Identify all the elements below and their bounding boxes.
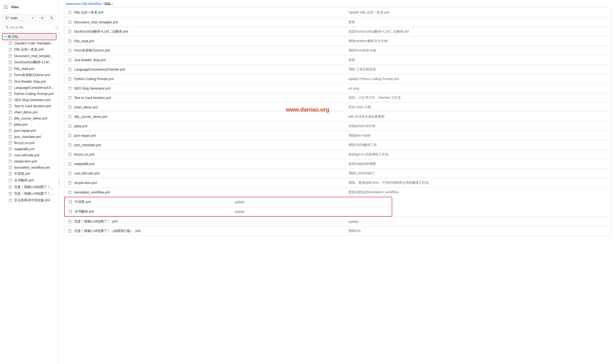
file-name-link[interactable]: 完蛋！我被LLM包围了！（战绩排行版） .yml (74, 229, 141, 233)
tree-file[interactable]: dify_course_demo.yml (2, 115, 56, 121)
search-icon (50, 16, 53, 20)
commit-message[interactable]: 添加 chart 示例 (349, 105, 607, 109)
commit-message[interactable]: Update Dify 运营一条龙.yml (349, 10, 607, 15)
commit-message[interactable]: 添加DuckDuckGo翻译+LLM二次翻译.yml (349, 29, 607, 34)
tree-file[interactable]: Jina Reader Jinja.yml (2, 78, 56, 85)
file-row: json-repair.yml增加json-repair (64, 131, 611, 140)
branch-select[interactable]: main ▼ (3, 14, 37, 22)
file-name-link[interactable]: jieba.yml (74, 124, 87, 128)
commit-message[interactable]: 添加jieba分词示例 (349, 124, 607, 128)
file-name-link[interactable]: 中译英.yml (75, 200, 91, 204)
file-name-link[interactable]: matplotlib.yml (74, 162, 94, 166)
file-row: jieba.yml添加jieba分词示例 (64, 121, 611, 131)
tree-file[interactable]: 完蛋！我被LLM包围了！（战绩... (2, 190, 56, 197)
tree-file[interactable]: Document_chat_template.yml (2, 53, 56, 59)
file-row: Form表单聊天Demo.yml增加Form表单示例 (64, 46, 611, 55)
commit-message[interactable]: add 自动化生成全套教程 (349, 115, 607, 119)
tree-file[interactable]: 中译英.yml (2, 170, 56, 177)
tree-file[interactable]: Dify 运营一条龙.yml (2, 46, 56, 53)
tree-file[interactable]: llm2o1.cn.yml (2, 140, 56, 146)
tree-file[interactable]: Text to Card Iteration.yml (2, 103, 56, 109)
commit-message[interactable]: update (235, 210, 388, 214)
tree-file[interactable]: LanguageConsistencyChecker.y... (2, 85, 56, 91)
file-icon (68, 49, 72, 52)
tree-file[interactable]: 宝玉的英译中优化版.yml (2, 197, 56, 204)
file-name-link[interactable]: Dify 运营一条龙.yml (74, 10, 104, 15)
tree-file-label: json-repair.yml (14, 129, 36, 132)
commit-message[interactable]: 使用matplotlib画图 (349, 162, 607, 166)
file-name-link[interactable]: Jina Reader Jinja.yml (74, 58, 106, 62)
file-name-link[interactable]: File_read.yml (74, 39, 94, 43)
tree-file[interactable]: json_translate.yml (2, 134, 56, 140)
resize-handle[interactable] (59, 0, 60, 364)
tree-file[interactable]: File_read.yml (2, 66, 56, 72)
tree-file[interactable]: json-repair.yml (2, 128, 56, 134)
file-row: json_translate.yml增加JSON翻译工具 (64, 140, 611, 150)
tree-file[interactable]: simple-kimi.yml (2, 158, 56, 164)
commit-message[interactable]: 增加JSON翻译工具 (349, 143, 607, 147)
breadcrumb-repo[interactable]: Awesome-Dify-Workflow (66, 2, 102, 6)
tree-file[interactable]: 全书翻译.yml (2, 177, 56, 184)
search-input[interactable] (10, 26, 52, 29)
panel-toggle-button[interactable] (3, 4, 10, 10)
tree-file[interactable]: 完蛋！我被LLM包围了！ .yml (2, 184, 56, 190)
chevron-down-icon (4, 35, 7, 38)
file-icon (68, 39, 72, 43)
file-name-link[interactable]: Python Coding Prompt.yml (74, 77, 114, 81)
file-icon (9, 192, 12, 195)
commit-message[interactable]: 更新吴恩达的translation_workflow (349, 190, 607, 195)
file-icon (68, 58, 72, 62)
commit-message[interactable]: 更新 (349, 58, 607, 62)
commit-message[interactable]: 增加Form表单示例 (349, 48, 607, 53)
file-name-link[interactable]: llm2o1.cn.yml (74, 153, 94, 156)
commit-message[interactable]: 增加json-repair (349, 133, 607, 138)
file-icon (9, 41, 12, 45)
tree-file[interactable]: matplotlib.yml (2, 146, 56, 152)
commit-message[interactable]: 添加，小红书卡片，mem0ai 工作流 (349, 96, 607, 100)
commit-message[interactable]: 增加 三语言检查器 (349, 67, 607, 72)
tree-file[interactable]: chart_demo.yml (2, 109, 56, 115)
tree-file[interactable]: runLLMCode.yml (2, 152, 56, 158)
file-row: File_read.yml增加sandbox解析文件示例 (64, 36, 611, 46)
commit-message[interactable]: 增加LLM代码执行 (349, 171, 607, 176)
search-button[interactable] (48, 14, 55, 22)
tree-file[interactable]: SEO Slug Generator.yml (2, 97, 56, 103)
file-name-link[interactable]: 全书翻译.yml (75, 209, 94, 214)
commit-message[interactable]: 低仿gpt-o1 的思维链工作流 (349, 152, 607, 156)
tree-file-label: translation_workflow.yml (14, 166, 50, 169)
commit-message[interactable]: update (235, 200, 388, 204)
file-name-link[interactable]: chart_demo.yml (74, 105, 98, 109)
file-name-link[interactable]: Form表单聊天Demo.yml (74, 48, 110, 53)
tree-file[interactable]: translation_workflow.yml (2, 164, 56, 170)
tree-folder-dsl[interactable]: DSL (2, 33, 56, 40)
file-icon (9, 172, 12, 176)
search-wrap[interactable] (3, 24, 54, 31)
file-name-link[interactable]: 完蛋！我被LLM包围了！ .yml (74, 220, 118, 224)
file-name-link[interactable]: json-repair.yml (74, 134, 96, 137)
commit-message[interactable]: url slug (349, 86, 607, 90)
svg-point-7 (6, 26, 8, 28)
file-name-link[interactable]: translation_workflow.yml (74, 190, 110, 194)
tree-file[interactable]: DuckDuckGo翻译+LLM二次翻... (2, 59, 56, 66)
tree-file[interactable]: jieba.yml (2, 121, 56, 128)
file-name-link[interactable]: DuckDuckGo翻译+LLM二次翻译.yml (74, 29, 128, 34)
commit-message[interactable]: update (349, 220, 607, 223)
commit-message[interactable]: 增加sandbox解析文件示例 (349, 39, 607, 43)
tree-file[interactable]: Form表单聊天Demo.yml (2, 72, 56, 78)
file-name-link[interactable]: json_translate.yml (74, 143, 101, 147)
commit-message[interactable]: 增加：简易自制 Kimi；不同代码种类之间的翻译工作流 (349, 181, 607, 185)
file-name-link[interactable]: SEO Slug Generator.yml (74, 86, 110, 90)
file-name-link[interactable]: dify_course_demo.yml (74, 115, 107, 118)
commit-message[interactable]: 更新 (349, 20, 607, 24)
file-name-link[interactable]: runLLMCode.yml (74, 171, 99, 175)
file-icon (68, 229, 72, 233)
file-name-link[interactable]: LanguageConsistencyChecker.yml (74, 67, 125, 71)
file-name-link[interactable]: simple-kimi.yml (74, 181, 97, 185)
file-name-link[interactable]: Text to Card Iteration.yml (74, 96, 111, 100)
tree-file[interactable]: Claude3 Code Translation.yml (2, 40, 56, 46)
commit-message[interactable]: update Python Coding Prompt.yml (349, 77, 607, 81)
tree-file[interactable]: Python Coding Prompt.yml (2, 91, 56, 97)
add-button[interactable] (39, 14, 46, 22)
file-name-link[interactable]: Document_chat_template.yml (74, 20, 118, 24)
commit-message[interactable]: 增加DSL (349, 229, 607, 233)
